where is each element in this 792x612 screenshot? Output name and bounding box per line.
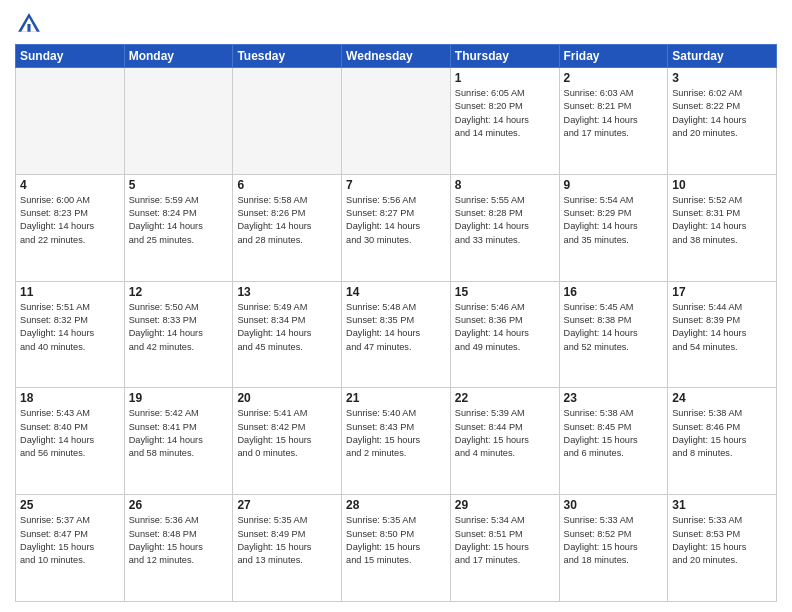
weekday-header-wednesday: Wednesday xyxy=(342,45,451,68)
day-info: Sunrise: 5:38 AM Sunset: 8:46 PM Dayligh… xyxy=(672,407,772,460)
day-number: 29 xyxy=(455,498,555,512)
day-info: Sunrise: 5:35 AM Sunset: 8:49 PM Dayligh… xyxy=(237,514,337,567)
logo-icon xyxy=(15,10,43,38)
day-number: 21 xyxy=(346,391,446,405)
day-info: Sunrise: 5:33 AM Sunset: 8:52 PM Dayligh… xyxy=(564,514,664,567)
weekday-header-saturday: Saturday xyxy=(668,45,777,68)
day-info: Sunrise: 5:36 AM Sunset: 8:48 PM Dayligh… xyxy=(129,514,229,567)
calendar-cell: 13Sunrise: 5:49 AM Sunset: 8:34 PM Dayli… xyxy=(233,281,342,388)
calendar-week-1: 4Sunrise: 6:00 AM Sunset: 8:23 PM Daylig… xyxy=(16,174,777,281)
day-info: Sunrise: 5:33 AM Sunset: 8:53 PM Dayligh… xyxy=(672,514,772,567)
day-info: Sunrise: 5:58 AM Sunset: 8:26 PM Dayligh… xyxy=(237,194,337,247)
day-info: Sunrise: 5:44 AM Sunset: 8:39 PM Dayligh… xyxy=(672,301,772,354)
calendar-cell xyxy=(16,68,125,175)
calendar-cell: 16Sunrise: 5:45 AM Sunset: 8:38 PM Dayli… xyxy=(559,281,668,388)
calendar-week-3: 18Sunrise: 5:43 AM Sunset: 8:40 PM Dayli… xyxy=(16,388,777,495)
day-number: 16 xyxy=(564,285,664,299)
day-number: 15 xyxy=(455,285,555,299)
day-number: 14 xyxy=(346,285,446,299)
day-info: Sunrise: 5:43 AM Sunset: 8:40 PM Dayligh… xyxy=(20,407,120,460)
weekday-header-friday: Friday xyxy=(559,45,668,68)
day-number: 3 xyxy=(672,71,772,85)
weekday-header-tuesday: Tuesday xyxy=(233,45,342,68)
day-number: 31 xyxy=(672,498,772,512)
day-number: 26 xyxy=(129,498,229,512)
day-info: Sunrise: 5:49 AM Sunset: 8:34 PM Dayligh… xyxy=(237,301,337,354)
day-number: 2 xyxy=(564,71,664,85)
day-number: 5 xyxy=(129,178,229,192)
day-info: Sunrise: 5:48 AM Sunset: 8:35 PM Dayligh… xyxy=(346,301,446,354)
day-number: 10 xyxy=(672,178,772,192)
day-number: 25 xyxy=(20,498,120,512)
day-info: Sunrise: 5:42 AM Sunset: 8:41 PM Dayligh… xyxy=(129,407,229,460)
calendar-cell: 3Sunrise: 6:02 AM Sunset: 8:22 PM Daylig… xyxy=(668,68,777,175)
calendar-cell: 1Sunrise: 6:05 AM Sunset: 8:20 PM Daylig… xyxy=(450,68,559,175)
calendar-cell: 19Sunrise: 5:42 AM Sunset: 8:41 PM Dayli… xyxy=(124,388,233,495)
day-info: Sunrise: 5:56 AM Sunset: 8:27 PM Dayligh… xyxy=(346,194,446,247)
day-info: Sunrise: 5:54 AM Sunset: 8:29 PM Dayligh… xyxy=(564,194,664,247)
day-info: Sunrise: 5:55 AM Sunset: 8:28 PM Dayligh… xyxy=(455,194,555,247)
calendar-cell: 24Sunrise: 5:38 AM Sunset: 8:46 PM Dayli… xyxy=(668,388,777,495)
calendar-cell: 28Sunrise: 5:35 AM Sunset: 8:50 PM Dayli… xyxy=(342,495,451,602)
calendar-cell: 22Sunrise: 5:39 AM Sunset: 8:44 PM Dayli… xyxy=(450,388,559,495)
calendar-cell: 7Sunrise: 5:56 AM Sunset: 8:27 PM Daylig… xyxy=(342,174,451,281)
day-info: Sunrise: 6:05 AM Sunset: 8:20 PM Dayligh… xyxy=(455,87,555,140)
calendar-cell: 8Sunrise: 5:55 AM Sunset: 8:28 PM Daylig… xyxy=(450,174,559,281)
day-info: Sunrise: 5:51 AM Sunset: 8:32 PM Dayligh… xyxy=(20,301,120,354)
weekday-header-monday: Monday xyxy=(124,45,233,68)
day-info: Sunrise: 5:38 AM Sunset: 8:45 PM Dayligh… xyxy=(564,407,664,460)
calendar-cell xyxy=(233,68,342,175)
day-info: Sunrise: 5:45 AM Sunset: 8:38 PM Dayligh… xyxy=(564,301,664,354)
day-info: Sunrise: 5:37 AM Sunset: 8:47 PM Dayligh… xyxy=(20,514,120,567)
calendar-cell: 4Sunrise: 6:00 AM Sunset: 8:23 PM Daylig… xyxy=(16,174,125,281)
calendar-cell: 14Sunrise: 5:48 AM Sunset: 8:35 PM Dayli… xyxy=(342,281,451,388)
day-number: 23 xyxy=(564,391,664,405)
calendar-cell xyxy=(342,68,451,175)
calendar-cell: 10Sunrise: 5:52 AM Sunset: 8:31 PM Dayli… xyxy=(668,174,777,281)
day-info: Sunrise: 5:41 AM Sunset: 8:42 PM Dayligh… xyxy=(237,407,337,460)
day-info: Sunrise: 6:03 AM Sunset: 8:21 PM Dayligh… xyxy=(564,87,664,140)
calendar-cell: 12Sunrise: 5:50 AM Sunset: 8:33 PM Dayli… xyxy=(124,281,233,388)
calendar-cell: 27Sunrise: 5:35 AM Sunset: 8:49 PM Dayli… xyxy=(233,495,342,602)
calendar-week-4: 25Sunrise: 5:37 AM Sunset: 8:47 PM Dayli… xyxy=(16,495,777,602)
calendar-cell: 11Sunrise: 5:51 AM Sunset: 8:32 PM Dayli… xyxy=(16,281,125,388)
day-number: 6 xyxy=(237,178,337,192)
day-number: 27 xyxy=(237,498,337,512)
day-number: 13 xyxy=(237,285,337,299)
day-number: 12 xyxy=(129,285,229,299)
day-number: 30 xyxy=(564,498,664,512)
day-info: Sunrise: 5:35 AM Sunset: 8:50 PM Dayligh… xyxy=(346,514,446,567)
day-number: 9 xyxy=(564,178,664,192)
header xyxy=(15,10,777,38)
calendar-cell: 26Sunrise: 5:36 AM Sunset: 8:48 PM Dayli… xyxy=(124,495,233,602)
day-info: Sunrise: 5:34 AM Sunset: 8:51 PM Dayligh… xyxy=(455,514,555,567)
calendar-cell: 17Sunrise: 5:44 AM Sunset: 8:39 PM Dayli… xyxy=(668,281,777,388)
calendar-cell: 29Sunrise: 5:34 AM Sunset: 8:51 PM Dayli… xyxy=(450,495,559,602)
calendar-cell: 23Sunrise: 5:38 AM Sunset: 8:45 PM Dayli… xyxy=(559,388,668,495)
day-info: Sunrise: 6:02 AM Sunset: 8:22 PM Dayligh… xyxy=(672,87,772,140)
calendar-cell: 5Sunrise: 5:59 AM Sunset: 8:24 PM Daylig… xyxy=(124,174,233,281)
calendar-week-0: 1Sunrise: 6:05 AM Sunset: 8:20 PM Daylig… xyxy=(16,68,777,175)
calendar-table: SundayMondayTuesdayWednesdayThursdayFrid… xyxy=(15,44,777,602)
day-info: Sunrise: 5:59 AM Sunset: 8:24 PM Dayligh… xyxy=(129,194,229,247)
day-info: Sunrise: 5:46 AM Sunset: 8:36 PM Dayligh… xyxy=(455,301,555,354)
calendar-cell: 21Sunrise: 5:40 AM Sunset: 8:43 PM Dayli… xyxy=(342,388,451,495)
day-number: 22 xyxy=(455,391,555,405)
calendar-cell: 30Sunrise: 5:33 AM Sunset: 8:52 PM Dayli… xyxy=(559,495,668,602)
calendar-cell: 25Sunrise: 5:37 AM Sunset: 8:47 PM Dayli… xyxy=(16,495,125,602)
day-number: 4 xyxy=(20,178,120,192)
logo xyxy=(15,10,47,38)
day-number: 28 xyxy=(346,498,446,512)
day-number: 19 xyxy=(129,391,229,405)
day-info: Sunrise: 5:50 AM Sunset: 8:33 PM Dayligh… xyxy=(129,301,229,354)
calendar-cell: 20Sunrise: 5:41 AM Sunset: 8:42 PM Dayli… xyxy=(233,388,342,495)
calendar-cell: 18Sunrise: 5:43 AM Sunset: 8:40 PM Dayli… xyxy=(16,388,125,495)
weekday-header-row: SundayMondayTuesdayWednesdayThursdayFrid… xyxy=(16,45,777,68)
calendar-cell: 6Sunrise: 5:58 AM Sunset: 8:26 PM Daylig… xyxy=(233,174,342,281)
day-info: Sunrise: 6:00 AM Sunset: 8:23 PM Dayligh… xyxy=(20,194,120,247)
page: SundayMondayTuesdayWednesdayThursdayFrid… xyxy=(0,0,792,612)
day-number: 18 xyxy=(20,391,120,405)
day-info: Sunrise: 5:40 AM Sunset: 8:43 PM Dayligh… xyxy=(346,407,446,460)
calendar-cell: 15Sunrise: 5:46 AM Sunset: 8:36 PM Dayli… xyxy=(450,281,559,388)
day-info: Sunrise: 5:52 AM Sunset: 8:31 PM Dayligh… xyxy=(672,194,772,247)
